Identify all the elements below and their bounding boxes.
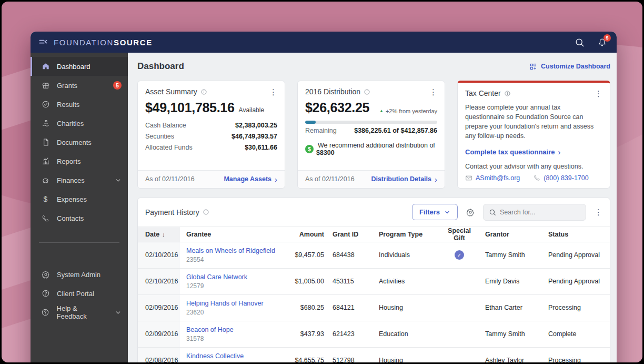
search-input[interactable]	[500, 209, 580, 216]
table-row[interactable]: 02/10/2016 Meals on Wheels of Ridgefield…	[138, 242, 610, 269]
column-header-special-gift[interactable]: Special Gift	[438, 227, 481, 242]
sidebar-item-documents[interactable]: Documents	[31, 133, 128, 152]
tax-center-card: Tax Center ⋮ Please complete your annual…	[457, 81, 610, 189]
tax-contact-text: Contact your advisor with any questions.	[458, 156, 610, 170]
column-header-grantor[interactable]: Grantor	[481, 231, 544, 238]
grantee-link[interactable]: Kindness Collective	[186, 352, 244, 360]
cell-status: Pending Approval	[544, 278, 610, 285]
payment-history-title: Payment History	[145, 208, 199, 217]
advisor-phone: (800) 839-1700	[544, 174, 588, 182]
question-circle-icon	[41, 289, 50, 298]
cell-date: 02/09/2016	[138, 321, 180, 347]
column-header-status[interactable]: Status	[544, 231, 610, 238]
kebab-menu-icon[interactable]: ⋮	[429, 88, 437, 96]
grantee-link[interactable]: Global Care Network	[186, 273, 247, 281]
sidebar: Dashboard Grants 5 Results Charities	[31, 53, 128, 362]
sidebar-item-system-admin[interactable]: System Admin	[31, 265, 128, 284]
sidebar-item-label: Dashboard	[57, 63, 90, 71]
kebab-menu-icon[interactable]: ⋮	[595, 208, 602, 216]
column-header-program-type[interactable]: Program Type	[375, 231, 438, 238]
asset-row-value: $46,749,393.57	[232, 133, 277, 140]
column-header-grant-id[interactable]: Grant ID	[328, 231, 375, 238]
info-icon[interactable]	[200, 88, 207, 95]
table-row[interactable]: 02/09/2016 Helping Hands of Hanover 2362…	[138, 295, 610, 321]
filters-button[interactable]: Filters	[412, 204, 458, 220]
sidebar-item-reports[interactable]: Reports	[31, 152, 128, 171]
brand-bold: SOURCE	[114, 38, 153, 47]
cell-date: 02/08/2016	[138, 348, 180, 363]
decorative-background: FOUNDATIONSOURCE 5 Dashboard	[2, 2, 642, 362]
sidebar-item-charities[interactable]: Charities	[31, 114, 128, 133]
cell-grantee: Global Care Network 12579	[180, 273, 285, 290]
chevron-down-icon	[115, 309, 122, 316]
grantee-link[interactable]: Helping Hands of Hanover	[186, 300, 264, 307]
home-icon	[41, 62, 50, 71]
column-header-grantee[interactable]: Grantee	[180, 231, 285, 238]
cell-grantor: Tammy Smith	[481, 251, 544, 259]
notifications-bell-icon[interactable]: 5	[597, 37, 607, 47]
distribution-details-label: Distribution Details	[371, 175, 431, 183]
cell-program-type: Education	[375, 330, 438, 338]
sidebar-item-grants[interactable]: Grants 5	[31, 76, 128, 95]
cell-grant-id: 621423	[328, 330, 375, 338]
sidebar-item-dashboard[interactable]: Dashboard	[31, 57, 128, 76]
complete-tax-questionnaire-link[interactable]: Complete tax questionnaire›	[465, 148, 602, 156]
grantee-id: 12579	[186, 282, 204, 290]
cell-grantor: Ashley Taylor	[481, 357, 544, 362]
main-content: Dashboard Customize Dashboard Asset Summ…	[128, 53, 617, 362]
trend-up-icon: ▲	[379, 109, 384, 113]
table-row[interactable]: 02/08/2016 Kindness Collective 30257 $4,…	[138, 348, 610, 363]
cell-amount: $680.25	[285, 304, 328, 311]
customize-dashboard-button[interactable]: Customize Dashboard	[529, 63, 610, 71]
chevron-down-icon	[115, 177, 122, 184]
sidebar-item-client-portal[interactable]: Client Portal	[31, 284, 128, 303]
column-header-date[interactable]: Date↓	[138, 227, 180, 242]
table-row[interactable]: 02/10/2016 Global Care Network 12579 $1,…	[138, 269, 610, 295]
cell-grantee: Beacon of Hope 31578	[180, 326, 285, 342]
grantee-link[interactable]: Meals on Wheels of Ridgefield	[186, 247, 275, 254]
sidebar-item-contacts[interactable]: Contacts	[31, 209, 128, 228]
column-header-amount[interactable]: Amount	[285, 231, 328, 238]
chevron-down-icon	[444, 209, 450, 215]
sidebar-item-results[interactable]: Results	[31, 95, 128, 114]
sidebar-item-label: Reports	[57, 158, 81, 165]
notification-count-badge: 5	[603, 34, 611, 42]
info-icon[interactable]	[364, 88, 370, 95]
cell-grantee: Helping Hands of Hanover 23620	[180, 300, 285, 316]
kebab-menu-icon[interactable]: ⋮	[269, 88, 277, 96]
info-icon[interactable]	[504, 90, 511, 97]
search-icon[interactable]	[575, 37, 585, 47]
bar-chart-icon	[41, 157, 50, 166]
brand-logo: FOUNDATIONSOURCE	[54, 38, 153, 47]
tax-center-body: Please complete your annual tax question…	[458, 101, 610, 141]
chevron-right-icon: ›	[275, 175, 277, 183]
gift-icon	[41, 81, 50, 90]
asset-row: Securities $46,749,393.57	[145, 131, 277, 142]
special-gift-check-icon: ✓	[455, 250, 464, 260]
cell-amount: $4,655.75	[285, 357, 328, 362]
kebab-menu-icon[interactable]: ⋮	[595, 90, 602, 97]
sidebar-collapse-icon[interactable]	[38, 37, 48, 47]
distribution-details-link[interactable]: Distribution Details›	[371, 175, 437, 183]
distribution-card: 2016 Distribution ⋮ $26,632.25 ▲+2% from…	[297, 81, 445, 189]
cell-program-type: Housing	[375, 357, 438, 362]
customize-dashboard-label: Customize Dashboard	[541, 63, 610, 70]
sidebar-item-finances[interactable]: Finances	[31, 171, 128, 190]
asset-row: Allocated Funds $30,611.66	[145, 142, 277, 153]
remaining-label: Remaining	[305, 127, 337, 134]
sidebar-item-label: Expenses	[57, 195, 87, 203]
info-icon[interactable]	[203, 209, 209, 215]
as-of-date: As of 02/11/2016	[145, 175, 195, 183]
advisor-email-link[interactable]: ASmith@fs.org	[465, 174, 520, 182]
cell-status: Processing	[544, 304, 610, 311]
sidebar-item-expenses[interactable]: $ Expenses	[31, 190, 128, 209]
table-row[interactable]: 02/09/2016 Beacon of Hope 31578 $437.93 …	[138, 321, 610, 348]
piggy-bank-icon	[41, 176, 50, 185]
advisor-phone-link[interactable]: (800) 839-1700	[534, 174, 588, 182]
page-title: Dashboard	[137, 61, 184, 72]
table-settings-gear-icon[interactable]	[466, 208, 475, 217]
manage-assets-link[interactable]: Manage Assets›	[224, 175, 277, 183]
document-icon	[41, 138, 50, 147]
sidebar-item-help-feedback[interactable]: Help & Feedback	[31, 303, 128, 322]
grantee-link[interactable]: Beacon of Hope	[186, 326, 234, 333]
